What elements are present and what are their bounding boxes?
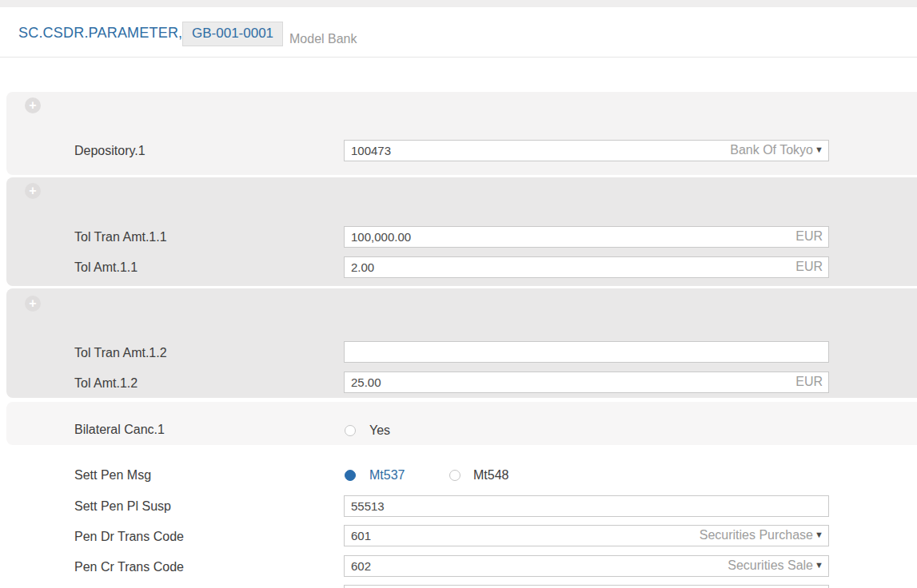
dropdown-arrow-icon[interactable]: ▼ (815, 561, 823, 570)
sett-pen-msg-mt537-radio[interactable] (345, 470, 356, 481)
header-divider (0, 57, 917, 58)
tol-tran-amt-1-2-label: Tol Tran Amt.1.2 (74, 346, 167, 360)
sett-pen-msg-mt537-option[interactable]: Mt537 (369, 468, 405, 483)
next-field-partial (344, 585, 829, 588)
pen-dr-trans-code-field-wrap: Securities Purchase ▼ (344, 525, 829, 546)
sett-pen-msg-label: Sett Pen Msg (74, 468, 151, 483)
sett-pen-msg-mt548-radio[interactable] (449, 470, 460, 481)
tol-tran-amt-1-2-input[interactable] (344, 341, 829, 363)
bilateral-canc-yes-radio[interactable] (345, 425, 356, 436)
record-id-badge: GB-001-0001 (182, 22, 283, 46)
depository-input[interactable] (344, 140, 829, 161)
page-title: SC.CSDR.PARAMETER, (18, 25, 182, 42)
bilateral-canc-label: Bilateral Canc.1 (74, 423, 165, 437)
sett-pen-pl-susp-field-wrap (344, 495, 829, 517)
depository-label: Depository.1 (74, 144, 146, 158)
tol-amt-1-2-input[interactable] (344, 371, 829, 393)
pen-dr-trans-code-label: Pen Dr Trans Code (74, 530, 184, 544)
pen-cr-trans-code-label: Pen Cr Trans Code (74, 560, 184, 574)
tol-amt-1-1-label: Tol Amt.1.1 (74, 260, 138, 275)
section-depository (6, 92, 917, 175)
tol-tran-amt-1-1-input[interactable] (344, 226, 829, 248)
top-strip (0, 0, 917, 7)
tol-tran-amt-1-2-field-wrap (344, 341, 829, 363)
tol-amt-1-2-field-wrap: EUR (344, 371, 829, 393)
sett-pen-pl-susp-label: Sett Pen Pl Susp (74, 499, 171, 514)
company-name: Model Bank (289, 32, 357, 46)
tol-tran-amt-1-1-field-wrap: EUR (344, 226, 829, 248)
pen-cr-trans-code-input[interactable] (344, 555, 829, 577)
tol-amt-1-1-input[interactable] (344, 256, 829, 278)
depository-field-wrap: Bank Of Tokyo ▼ (344, 140, 829, 161)
next-field-input[interactable] (344, 585, 829, 588)
pen-dr-trans-code-input[interactable] (344, 525, 829, 546)
sett-pen-pl-susp-input[interactable] (344, 495, 829, 517)
sc-csdr-parameter-page: SC.CSDR.PARAMETER, GB-001-0001 Model Ban… (0, 0, 917, 588)
dropdown-arrow-icon[interactable]: ▼ (815, 145, 823, 154)
dropdown-arrow-icon[interactable]: ▼ (815, 530, 823, 539)
expand-icon[interactable]: + (25, 296, 41, 312)
tol-amt-1-1-field-wrap: EUR (344, 256, 829, 278)
tol-tran-amt-1-1-label: Tol Tran Amt.1.1 (74, 230, 167, 244)
pen-cr-trans-code-field-wrap: Securities Sale ▼ (344, 555, 829, 577)
expand-icon[interactable]: + (25, 183, 41, 199)
expand-icon[interactable]: + (25, 97, 41, 113)
bilateral-canc-yes-option[interactable]: Yes (369, 423, 390, 438)
tol-amt-1-2-label: Tol Amt.1.2 (74, 376, 138, 391)
sett-pen-msg-mt548-option[interactable]: Mt548 (473, 468, 508, 483)
